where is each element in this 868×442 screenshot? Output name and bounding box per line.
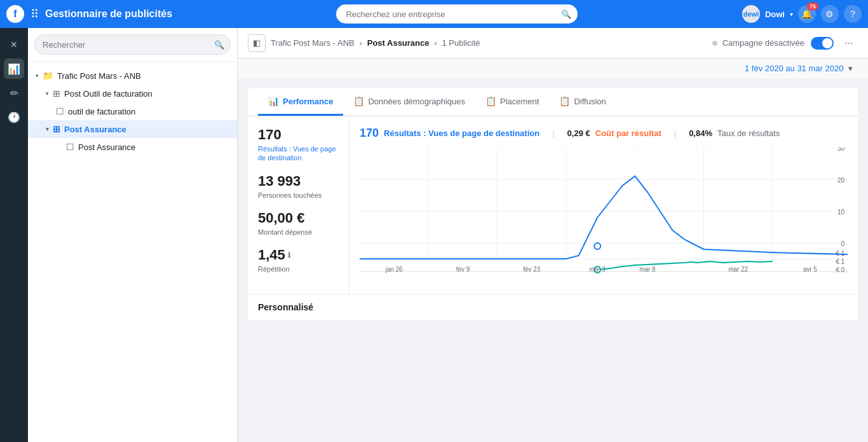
svg-text:0: 0 — [841, 240, 845, 247]
diffusion-tab-icon: 📋 — [559, 96, 570, 106]
svg-text:10: 10 — [837, 209, 844, 216]
main-layout: ✕ 📊 ✏ 🕐 🔍 ▾ 📁 Trafic Post Mars - ANB ▾ ⊞… — [0, 28, 868, 442]
svg-text:mar 3: mar 3 — [590, 266, 606, 273]
content-area: ◧ Trafic Post Mars - ANB › Post Assuranc… — [238, 28, 868, 442]
nav-search-container: 🔍 — [28, 28, 237, 62]
chart-svg: jan 26 fév 9 fév 23 mar 3 mar 8 mar 22 a… — [360, 148, 848, 275]
notification-count: 75 — [807, 3, 818, 10]
folder-icon: 📁 — [43, 71, 53, 81]
sidebar-clock-icon[interactable]: 🕐 — [4, 107, 24, 127]
chevron-down-icon: ▾ — [36, 73, 39, 79]
svg-text:mar 8: mar 8 — [639, 266, 656, 273]
date-range-selector[interactable]: 1 fév 2020 au 31 mar 2020 ▾ — [745, 64, 853, 73]
stat-amount: 50,00 € Montant dépensé — [258, 210, 339, 237]
tab-donnees[interactable]: 📋 Données démographiques — [343, 88, 475, 116]
nav-sidebar: 🔍 ▾ 📁 Trafic Post Mars - ANB ▾ ⊞ Post Ou… — [28, 28, 238, 442]
status-dot — [712, 41, 717, 46]
breadcrumb-sep-1: › — [360, 39, 362, 48]
sidebar-close-button[interactable]: ✕ — [4, 34, 24, 55]
nav-search-input[interactable] — [34, 34, 231, 55]
chart-section: 170 Résultats : Vues de page de destinat… — [349, 116, 858, 294]
sidebar-edit-icon[interactable]: ✏ — [4, 83, 24, 103]
svg-text:20: 20 — [837, 177, 844, 184]
placement-tab-icon: 📋 — [485, 96, 496, 106]
notification-button[interactable]: 🔔 75 — [798, 5, 816, 23]
stats-section: 170 Résultats : Vues de page de destinat… — [248, 116, 858, 294]
personnalise-label: Personnalisé — [248, 294, 858, 320]
tab-placement[interactable]: 📋 Placement — [475, 88, 549, 116]
icon-sidebar: ✕ 📊 ✏ 🕐 — [0, 28, 28, 442]
campaign-status: Campagne désactivée — [712, 38, 804, 48]
app-title: Gestionnaire de publicités — [45, 8, 172, 20]
breadcrumb-trafic[interactable]: Trafic Post Mars - ANB — [271, 38, 355, 48]
help-button[interactable]: ? — [844, 5, 862, 23]
svg-text:€ 1: € 1 — [836, 250, 844, 257]
stat-repetition: 1,45 ℹ Répétition — [258, 247, 339, 273]
stat-repetition-value: 1,45 — [258, 247, 285, 263]
search-icon: 🔍 — [561, 10, 571, 19]
breadcrumb-post-assurance: Post Assurance — [367, 38, 430, 48]
chart-summary-value: 170 — [360, 127, 379, 140]
stat-results-label: Résultats : Vues de page de destination — [258, 144, 339, 163]
sidebar-chart-icon[interactable]: 📊 — [4, 59, 24, 79]
tab-performance[interactable]: 📊 Performance — [258, 88, 343, 116]
nav-search-icon: 🔍 — [214, 40, 224, 50]
svg-text:€ 0: € 0 — [836, 266, 844, 273]
topbar-search-input[interactable] — [336, 4, 578, 24]
tree-item-label: Post Assurance — [64, 125, 126, 134]
facebook-logo: f — [6, 5, 24, 23]
stat-amount-value: 50,00 € — [258, 210, 339, 226]
sidebar-toggle-button[interactable]: ◧ — [248, 34, 266, 52]
chart-metric-label: Résultats : Vues de page de destination — [384, 128, 539, 138]
svg-text:€ 1: € 1 — [836, 258, 844, 265]
analytics-card: 📊 Performance 📋 Données démographiques 📋… — [248, 88, 858, 320]
tree-item-outil-facturation[interactable]: ☐ outil de facturation — [28, 102, 237, 120]
tree-item-label: Post Outil de facturation — [64, 89, 153, 99]
topbar-right: dewi Dowi ▾ 🔔 75 ⚙ ? — [742, 5, 862, 23]
demographics-tab-icon: 📋 — [353, 96, 364, 106]
chart-tab-icon: 📊 — [268, 96, 279, 106]
campaign-toggle[interactable] — [811, 37, 834, 50]
chart-rate-value: 0,84% — [689, 128, 712, 138]
breadcrumb-right: Campagne désactivée ··· — [712, 34, 858, 52]
svg-text:fév 23: fév 23 — [523, 266, 540, 273]
info-icon[interactable]: ℹ — [288, 251, 291, 259]
grid-icon[interactable]: ⠿ — [31, 7, 39, 21]
user-chevron-icon[interactable]: ▾ — [790, 11, 793, 18]
stat-amount-label: Montant dépensé — [258, 228, 339, 237]
tree-item-post-assurance-child[interactable]: ☐ Post Assurance — [28, 138, 237, 156]
tabs-bar: 📊 Performance 📋 Données démographiques 📋… — [248, 88, 858, 116]
tree-item-label: outil de facturation — [68, 107, 135, 116]
campaign-status-label: Campagne désactivée — [722, 38, 804, 48]
tab-diffusion-label: Diffusion — [574, 97, 606, 106]
stat-results-value: 170 — [258, 127, 339, 143]
svg-point-12 — [594, 243, 600, 249]
chart-cost-value: 0,29 € — [567, 128, 590, 138]
tree-item-post-assurance[interactable]: ▾ ⊞ Post Assurance — [28, 120, 237, 138]
more-options-button[interactable]: ··· — [840, 34, 858, 52]
topbar-search-container: 🔍 — [336, 4, 578, 24]
chart-rate-label: Taux de résultats — [717, 128, 780, 138]
svg-text:30: 30 — [837, 148, 844, 152]
topbar: f ⠿ Gestionnaire de publicités 🔍 dewi Do… — [0, 0, 868, 28]
tree-item-trafic[interactable]: ▾ 📁 Trafic Post Mars - ANB — [28, 67, 237, 85]
grid-icon: ⊞ — [53, 88, 60, 99]
chevron-down-icon: ▾ — [46, 126, 49, 132]
tab-diffusion[interactable]: 📋 Diffusion — [549, 88, 616, 116]
tab-performance-label: Performance — [283, 97, 333, 106]
tree-item-label: Post Assurance — [78, 142, 135, 152]
tree-item-post-outil[interactable]: ▾ ⊞ Post Outil de facturation — [28, 85, 237, 102]
stat-people-label: Personnes touchées — [258, 191, 339, 200]
checkbox-icon: ☐ — [56, 106, 64, 116]
svg-text:avr 5: avr 5 — [803, 266, 817, 273]
svg-text:mar 22: mar 22 — [728, 266, 748, 273]
svg-text:jan 26: jan 26 — [385, 266, 403, 273]
settings-button[interactable]: ⚙ — [821, 5, 839, 23]
stat-people: 13 993 Personnes touchées — [258, 173, 339, 200]
svg-text:fév 9: fév 9 — [456, 266, 470, 273]
checkbox-icon: ☐ — [66, 142, 74, 152]
tree-item-label: Trafic Post Mars - ANB — [57, 71, 141, 81]
date-bar: 1 fév 2020 au 31 mar 2020 ▾ — [238, 59, 868, 78]
chevron-down-icon: ▾ — [46, 90, 49, 97]
breadcrumb-sep-2: › — [435, 39, 437, 48]
